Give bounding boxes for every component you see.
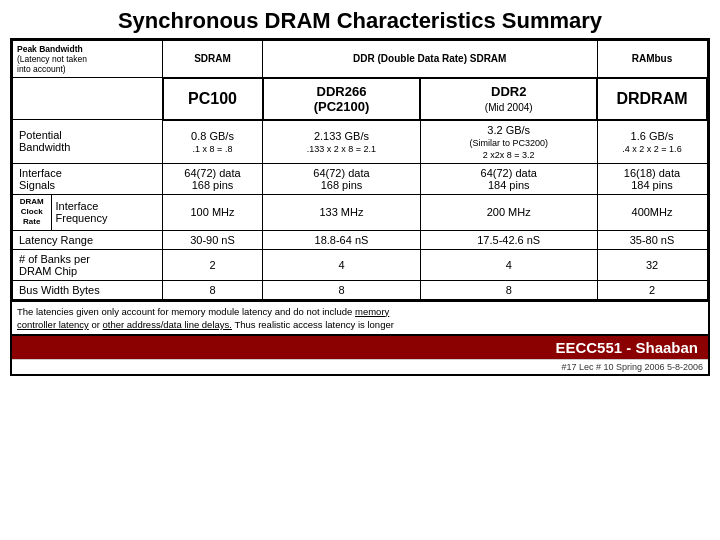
ddr2-bus: 8 [420,280,597,299]
ddr266-bandwidth: 2.133 GB/s.133 x 2 x 8 = 2.1 [263,120,421,164]
ddr266-signals: 64(72) data168 pins [263,163,421,194]
slide-number: #17 Lec # 10 Spring 2006 5-8-2006 [12,359,708,374]
pc100-subheader: PC100 [163,78,263,120]
drdram-subheader: DRDRAM [597,78,707,120]
table-row: Latency Range 30-90 nS 18.8-64 nS 17.5-4… [13,230,708,249]
ddr266-latency: 18.8-64 nS [263,230,421,249]
drdram-banks: 32 [597,249,707,280]
latency-range-label: Latency Range [19,234,93,246]
ddr266-frequency: 133 MHz [263,194,421,230]
interface-frequency-label: InterfaceFrequency [56,200,108,224]
interface-signals-label: InterfaceSignals [19,167,62,191]
table-row: InterfaceSignals 64(72) data168 pins 64(… [13,163,708,194]
sdram-header: SDRAM [163,41,263,78]
ddr2-frequency: 200 MHz [420,194,597,230]
drdram-signals: 16(18) data184 pins [597,163,707,194]
main-table: Peak Bandwidth (Latency not taken into a… [12,40,708,300]
page: Synchronous DRAM Characteristics Summary… [0,0,720,540]
banks-label: # of Banks perDRAM Chip [19,253,90,277]
ddr2-banks: 4 [420,249,597,280]
ddr266-banks: 4 [263,249,421,280]
pc100-banks: 2 [163,249,263,280]
footnote: The latencies given only account for mem… [12,300,708,335]
potential-bandwidth-label: PotentialBandwidth [19,129,70,153]
table-wrapper: Peak Bandwidth (Latency not taken into a… [10,38,710,376]
ddr266-bus: 8 [263,280,421,299]
ddr-header: DDR (Double Data Rate) SDRAM [263,41,598,78]
peak-bandwidth-label: Peak Bandwidth (Latency not taken into a… [17,44,158,74]
table-row: PotentialBandwidth 0.8 GB/s.1 x 8 = .8 2… [13,120,708,164]
drdram-bus: 2 [597,280,707,299]
table-row: # of Banks perDRAM Chip 2 4 4 32 [13,249,708,280]
pc100-signals: 64(72) data168 pins [163,163,263,194]
bottom-bar: EECC551 - Shaaban [12,334,708,359]
dram-clock-rate-label: DRAMClockRate [13,194,52,230]
table-row: DRAMClockRate InterfaceFrequency 100 MHz… [13,194,708,230]
ddr2-bandwidth: 3.2 GB/s(Similar to PC3200)2 x2x 8 = 3.2 [420,120,597,164]
ddr2-subheader: DDR2(Mid 2004) [420,78,597,120]
main-title: Synchronous DRAM Characteristics Summary [10,8,710,34]
table-row: Bus Width Bytes 8 8 8 2 [13,280,708,299]
drdram-bandwidth: 1.6 GB/s.4 x 2 x 2 = 1.6 [597,120,707,164]
pc100-bandwidth: 0.8 GB/s.1 x 8 = .8 [163,120,263,164]
pc100-frequency: 100 MHz [163,194,263,230]
ddr2-signals: 64(72) data184 pins [420,163,597,194]
bus-width-label: Bus Width Bytes [19,284,100,296]
ddr266-subheader: DDR266(PC2100) [263,78,421,120]
rambus-header: RAMbus [597,41,707,78]
pc100-latency: 30-90 nS [163,230,263,249]
ddr2-latency: 17.5-42.6 nS [420,230,597,249]
drdram-frequency: 400MHz [597,194,707,230]
drdram-latency: 35-80 nS [597,230,707,249]
pc100-bus: 8 [163,280,263,299]
course-label: EECC551 - Shaaban [555,339,698,356]
footnote-text: The latencies given only account for mem… [17,306,394,330]
